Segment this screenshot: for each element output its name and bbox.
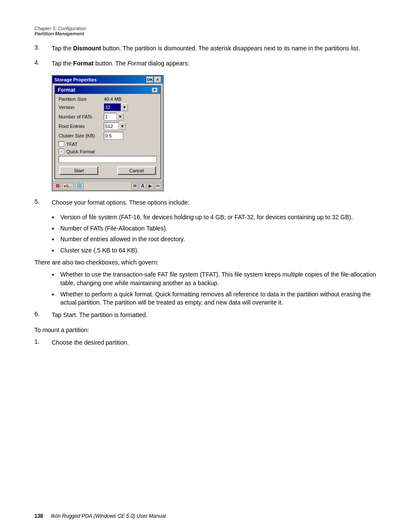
partition-size-row: Partition Size 40.4 MB (59, 96, 157, 102)
step-3-number: 3. (34, 44, 52, 51)
taskbar-icon-envelope[interactable]: ✉ (131, 183, 138, 190)
bullet-text-4: Cluster size (.5 KB to 64 KB). (60, 246, 139, 255)
step-6: 6. Tap Start. The partition is formatted… (34, 311, 377, 320)
fats-dropdown-btn[interactable]: ▼ (117, 113, 124, 121)
checkbox-bullet-1: • Whether to use the transaction-safe FA… (52, 271, 377, 287)
step-5-text: Choose your format options. These option… (52, 198, 190, 207)
taskbar-item-globe[interactable]: 🌐 (75, 183, 84, 190)
fats-label: Number of FATs (59, 114, 104, 119)
checkbox-bullet-list: • Whether to use the transaction-safe FA… (52, 271, 377, 307)
win-buttons: OK × (146, 77, 161, 83)
step-6-text: Tap Start. The partition is formatted. (52, 311, 147, 320)
bullet-item-3: • Number of entries allowed in the root … (52, 235, 377, 244)
format-close-button[interactable]: × (152, 87, 158, 93)
root-entries-row: Root Entries ▼ (59, 122, 157, 130)
format-body: Partition Size 40.4 MB Version ▼ (55, 94, 160, 178)
step-6-number: 6. (34, 311, 52, 317)
options-bullet-list: • Version of file system (FAT-16, for de… (52, 213, 377, 255)
taskbar-icon-pen[interactable]: ✏ (155, 183, 162, 190)
step-5: 5. Choose your format options. These opt… (34, 198, 377, 207)
taskbar-right: ✉ A ▶ ✏ (131, 183, 162, 190)
ok-button[interactable]: OK (146, 77, 153, 83)
taskbar-item-s[interactable]: ●S... (62, 183, 74, 190)
page: Chapter 5: Configuration Partition Manag… (0, 0, 411, 532)
chapter-line1: Chapter 5: Configuration (34, 26, 377, 31)
checkbox-bullet-2: • Whether to perform a quick format. Qui… (52, 290, 377, 307)
cancel-button[interactable]: Cancel (117, 166, 156, 175)
step-4-number: 4. (34, 59, 52, 66)
dialog-screenshot: Storage Properties OK × Format × (52, 75, 377, 191)
storage-props-titlebar: Storage Properties OK × (53, 76, 163, 84)
checkbox-bullet-text-1: Whether to use the transaction-safe FAT … (60, 271, 377, 287)
partition-size-label: Partition Size (59, 96, 104, 102)
footer-page-number: 138 (34, 513, 43, 519)
bullet-item-1: • Version of file system (FAT-16, for de… (52, 213, 377, 222)
checkbox-bullet-dot-1: • (52, 271, 60, 287)
mount-intro: To mount a partition: (34, 326, 377, 335)
version-input[interactable] (104, 103, 121, 111)
quick-format-checkbox[interactable]: ✓ (59, 149, 64, 154)
tfat-row: TFAT (59, 141, 157, 147)
checkbox-intro: There are also two checkboxes, which gov… (34, 258, 377, 267)
storage-props-window: Storage Properties OK × Format × (52, 75, 164, 191)
tfat-checkbox[interactable] (59, 141, 64, 147)
root-entries-input[interactable] (104, 122, 119, 130)
chapter-header: Chapter 5: Configuration Partition Manag… (34, 26, 377, 36)
bullet-dot-3: • (52, 235, 60, 244)
version-input-group: ▼ (104, 103, 128, 111)
step-mount-1-number: 1. (34, 338, 52, 345)
bullet-dot-1: • (52, 213, 60, 222)
bullet-text-3: Number of entries allowed in the root di… (60, 235, 185, 244)
dialog-buttons: Start Cancel (59, 165, 157, 176)
step-5-number: 5. (34, 198, 52, 205)
root-entries-label: Root Entries (59, 124, 104, 129)
format-titlebar: Format × (55, 86, 160, 94)
root-entries-dropdown-btn[interactable]: ▼ (119, 122, 126, 130)
fats-input[interactable] (104, 113, 117, 121)
step-3: 3. Tap the Dismount button. The partitio… (34, 44, 377, 53)
taskbar-arrow-icon[interactable]: ▶ (147, 183, 154, 190)
bullet-item-4: • Cluster size (.5 KB to 64 KB). (52, 246, 377, 255)
outer-close-button[interactable]: × (154, 77, 161, 83)
storage-props-body: Format × Partition Size 40.4 MB Ver (53, 85, 163, 190)
footer-title: Ikön Rugged PDA (Windows CE 5.0) User Ma… (51, 513, 166, 519)
bullet-dot-2: • (52, 224, 60, 233)
progress-bar (59, 156, 157, 163)
step-mount-1: 1. Choose the desired partition. (34, 338, 377, 347)
fats-input-group: ▼ (104, 113, 124, 121)
checkbox-bullet-text-2: Whether to perform a quick format. Quick… (60, 290, 377, 307)
version-dropdown-btn[interactable]: ▼ (121, 103, 128, 111)
bullet-text-2: Number of FATs (File-Allocation Tables). (60, 224, 167, 233)
bullet-item-2: • Number of FATs (File-Allocation Tables… (52, 224, 377, 233)
taskbar-start-button[interactable]: ⊞ (54, 183, 61, 190)
step-3-text: Tap the Dismount button. The partition i… (52, 44, 360, 53)
step-mount-1-text: Choose the desired partition. (52, 338, 129, 347)
page-footer: 138 Ikön Rugged PDA (Windows CE 5.0) Use… (34, 513, 377, 519)
version-label: Version (59, 105, 104, 110)
partition-size-value: 40.4 MB (104, 96, 121, 102)
format-dialog: Format × Partition Size 40.4 MB Ver (54, 85, 161, 179)
quick-format-row: ✓ Quick Format (59, 149, 157, 154)
step-4-text: Tap the Format button. The Format dialog… (52, 59, 190, 68)
cluster-size-label: Cluster Size (KB) (59, 133, 104, 138)
taskbar: ⊞ ●S... 🌐 ✉ A ▶ ✏ (53, 181, 163, 190)
checkbox-bullet-dot-2: • (52, 290, 60, 307)
storage-props-title: Storage Properties (54, 77, 97, 82)
taskbar-icon-a[interactable]: A (139, 183, 146, 190)
format-title: Format (58, 87, 75, 93)
chapter-line2: Partition Management (34, 31, 377, 36)
bullet-text-1: Version of file system (FAT-16, for devi… (60, 213, 353, 222)
cluster-size-row: Cluster Size (KB) (59, 132, 157, 140)
cluster-size-input[interactable] (104, 132, 123, 140)
content-area: 3. Tap the Dismount button. The partitio… (34, 44, 377, 347)
quick-format-label: Quick Format (66, 149, 95, 154)
start-button[interactable]: Start (59, 166, 98, 175)
root-entries-input-group: ▼ (104, 122, 126, 130)
fats-row: Number of FATs ▼ (59, 113, 157, 121)
step-4: 4. Tap the Format button. The Format dia… (34, 59, 377, 68)
version-row: Version ▼ (59, 103, 157, 111)
bullet-dot-4: • (52, 246, 60, 255)
tfat-label: TFAT (66, 142, 78, 147)
